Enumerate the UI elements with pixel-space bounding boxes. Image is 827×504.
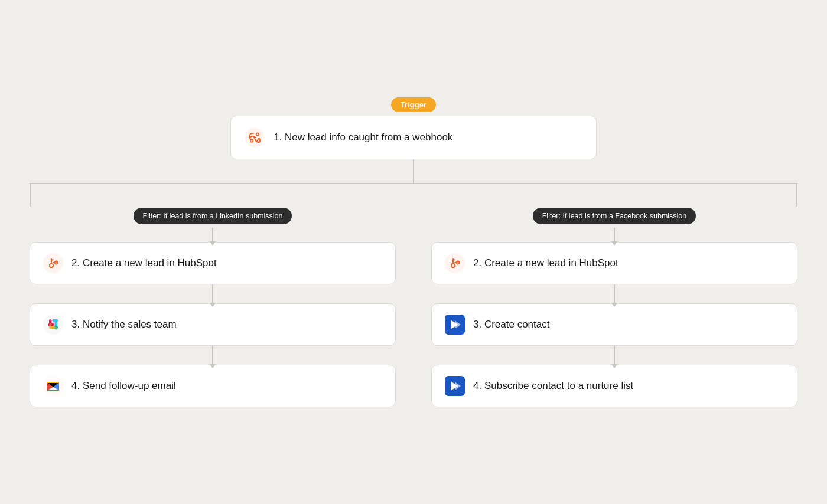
svg-rect-18 xyxy=(49,326,55,329)
svg-line-7 xyxy=(51,260,53,261)
svg-rect-15 xyxy=(52,322,55,325)
filter-right-badge: Filter: If lead is from a Facebook submi… xyxy=(533,208,696,224)
right-step-3-card[interactable]: 3. Create contact xyxy=(431,303,797,346)
step-1-label: 1. New lead info caught from a webhook xyxy=(274,130,452,145)
right-step-4-label: 4. Subscribe contact to a nurture list xyxy=(473,380,633,392)
svg-line-32 xyxy=(453,260,455,261)
automate-icon-1 xyxy=(445,315,465,335)
branches: Filter: If lead is from a LinkedIn submi… xyxy=(30,208,797,407)
step-1-card[interactable]: 1. New lead info caught from a webhook xyxy=(230,116,597,159)
svg-rect-27 xyxy=(47,390,59,391)
h-bar xyxy=(30,183,797,184)
arrow-right-3 xyxy=(614,346,615,365)
left-step-4-card[interactable]: 4. Send follow-up email xyxy=(30,365,396,407)
arrow-right-2 xyxy=(614,284,615,303)
right-branch: Filter: If lead is from a Facebook submi… xyxy=(431,208,797,407)
right-drop-line xyxy=(796,183,797,207)
arrow-right-1 xyxy=(614,228,615,242)
svg-marker-40 xyxy=(455,382,461,390)
left-step-4-label: 4. Send follow-up email xyxy=(71,380,176,392)
svg-marker-38 xyxy=(455,320,461,329)
right-step-3-label: 3. Create contact xyxy=(473,319,549,330)
right-step-2-card[interactable]: 2. Create a new lead in HubSpot xyxy=(431,242,797,284)
left-step-3-card[interactable]: 3. Notify the sales team xyxy=(30,303,396,346)
left-branch: Filter: If lead is from a LinkedIn submi… xyxy=(30,208,396,407)
arrow-left-3 xyxy=(212,346,213,365)
left-step-3-label: 3. Notify the sales team xyxy=(71,319,177,330)
automate-icon-2 xyxy=(445,376,465,396)
svg-rect-28 xyxy=(47,382,59,383)
right-step-4-card[interactable]: 4. Subscribe contact to a nurture list xyxy=(431,365,797,407)
arrow-left-1 xyxy=(212,228,213,242)
filter-left-badge: Filter: If lead is from a LinkedIn submi… xyxy=(134,208,292,224)
arrow-left-2 xyxy=(212,284,213,303)
connector-top xyxy=(413,159,414,183)
left-step-2-card[interactable]: 2. Create a new lead in HubSpot xyxy=(30,242,396,284)
svg-rect-21 xyxy=(53,319,58,322)
svg-rect-19 xyxy=(49,323,52,326)
flow-container: Trigger 1. New lead info caught from a w… xyxy=(0,74,827,431)
gmail-icon xyxy=(43,376,63,396)
left-drop-line xyxy=(30,183,31,207)
hubspot-icon-left xyxy=(43,253,63,273)
hubspot-icon-right xyxy=(445,253,465,273)
right-step-2-label: 2. Create a new lead in HubSpot xyxy=(473,257,618,269)
trigger-badge: Trigger xyxy=(391,97,436,112)
left-step-2-label: 2. Create a new lead in HubSpot xyxy=(71,257,217,269)
slack-icon xyxy=(43,315,63,335)
webhook-icon xyxy=(244,127,265,148)
